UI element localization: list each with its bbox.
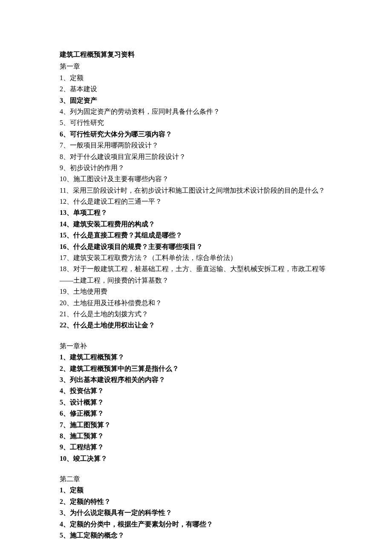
list-item: 5、可行性研究 bbox=[60, 117, 332, 128]
list-item: 2、定额的特性？ bbox=[60, 496, 332, 507]
list-item: 17、建筑安装工程取费方法？（工料单价法，综合单价法） bbox=[60, 252, 332, 263]
list-item: 12、什么是建设工程的三通一平？ bbox=[60, 196, 332, 207]
list-item: 5、设计概算？ bbox=[60, 397, 332, 408]
document-body: 第一章1、定额2、基本建设3、固定资产4、列为固定资产的劳动资料，应同时具备什么… bbox=[60, 61, 332, 541]
list-item: 21、什么是土地的划拨方式？ bbox=[60, 309, 332, 320]
list-item: 4、列为固定资产的劳动资料，应同时具备什么条件？ bbox=[60, 106, 332, 117]
section-heading: 第一章 bbox=[60, 61, 332, 72]
list-item: 1、定额 bbox=[60, 72, 332, 84]
list-item: 3、列出基本建设程序相关的内容？ bbox=[60, 374, 332, 385]
list-item: 9、工程结算？ bbox=[60, 442, 332, 453]
list-item: 3、为什么说定额具有一定的科学性？ bbox=[60, 507, 332, 518]
list-item: 16、什么是建设项目的规费？主要有哪些项目？ bbox=[60, 241, 332, 252]
list-item: 1、定额 bbox=[60, 485, 332, 496]
list-item: 20、土地征用及迁移补偿费总和？ bbox=[60, 298, 332, 309]
list-item: 1、建筑工程概预算？ bbox=[60, 352, 332, 363]
list-item: 22、什么是土地使用权出让金？ bbox=[60, 320, 332, 331]
section-heading: 第二章 bbox=[60, 474, 332, 485]
list-item: 4、投资估算？ bbox=[60, 385, 332, 396]
list-item: 4、定额的分类中，根据生产要素划分时，有哪些？ bbox=[60, 519, 332, 530]
list-item: 7、一般项目采用哪两阶段设计？ bbox=[60, 140, 332, 151]
list-item: 15、什么是直接工程费？其组成是哪些？ bbox=[60, 230, 332, 241]
list-item: 10、竣工决算？ bbox=[60, 453, 332, 464]
list-item: 2、基本建设 bbox=[60, 84, 332, 95]
list-item: 13、单项工程？ bbox=[60, 207, 332, 218]
document-title: 建筑工程概预算复习资料 bbox=[60, 49, 332, 60]
list-item: 5、施工定额的概念？ bbox=[60, 530, 332, 541]
list-item: 19、土地使用费 bbox=[60, 286, 332, 297]
list-item: 8、施工预算？ bbox=[60, 431, 332, 442]
list-item: 11、采用三阶段设计时，在初步设计和施工图设计之间增加技术设计阶段的目的是什么？ bbox=[60, 185, 332, 196]
list-item: 9、初步设计的作用？ bbox=[60, 162, 332, 173]
list-item: 8、对于什么建设项目宜采用三阶段设计？ bbox=[60, 151, 332, 162]
list-item: 18、对于一般建筑工程，桩基础工程，土方、垂直运输、大型机械安拆工程，市政工程等… bbox=[60, 263, 332, 286]
list-item: 14、建筑安装工程费用的构成？ bbox=[60, 219, 332, 230]
list-item: 6、修正概算？ bbox=[60, 408, 332, 419]
list-item: 6、可行性研究大体分为哪三项内容？ bbox=[60, 129, 332, 140]
list-item: 3、固定资产 bbox=[60, 95, 332, 106]
section-heading: 第一章补 bbox=[60, 341, 332, 352]
list-item: 2、建筑工程概预算中的三算是指什么？ bbox=[60, 363, 332, 374]
list-item: 10、施工图设计及主要有哪些内容？ bbox=[60, 173, 332, 185]
list-item: 7、施工图预算？ bbox=[60, 419, 332, 431]
